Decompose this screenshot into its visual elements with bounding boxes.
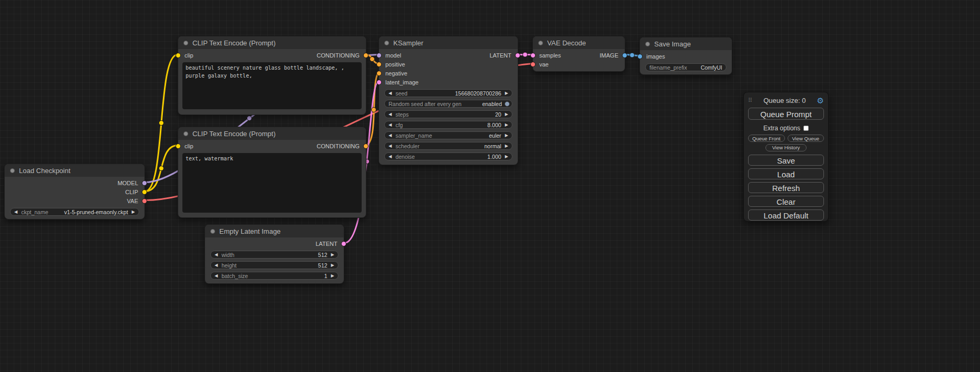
node-title: Empty Latent Image (219, 227, 280, 235)
output-port-model[interactable] (142, 180, 147, 186)
queue-panel: ⠿ Queue size: 0 ⚙ Queue Prompt Extra opt… (743, 92, 829, 222)
link-midpoint-dot (630, 53, 635, 58)
decrement-icon[interactable]: ◀ (389, 144, 392, 148)
input-port-vae[interactable] (530, 62, 536, 67)
decrement-icon[interactable]: ◀ (389, 91, 392, 96)
settings-gear-icon[interactable]: ⚙ (817, 97, 824, 104)
decrement-icon[interactable]: ◀ (14, 210, 17, 214)
increment-icon[interactable]: ▶ (331, 253, 334, 257)
widget-label: seed (395, 90, 407, 97)
collapse-dot[interactable] (10, 168, 15, 173)
output-port-image[interactable] (622, 53, 627, 58)
decrement-icon[interactable]: ◀ (389, 123, 392, 127)
widget-width[interactable]: ◀ width 512 ▶ (210, 251, 338, 259)
input-label: model (385, 52, 401, 59)
io-row: clip CONDITIONING (178, 51, 366, 60)
output-port-vae[interactable] (142, 198, 147, 204)
decrement-icon[interactable]: ◀ (215, 263, 218, 268)
graph-canvas[interactable]: Load Checkpoint MODEL CLIP VAE ◀ ckpt_na… (0, 0, 980, 372)
input-row-latent-image: latent_image (379, 78, 518, 87)
increment-icon[interactable]: ▶ (505, 91, 508, 96)
collapse-dot[interactable] (183, 131, 188, 136)
collapse-dot[interactable] (183, 41, 188, 45)
node-clip-text-encode-positive[interactable]: CLIP Text Encode (Prompt) clip CONDITION… (178, 36, 366, 115)
input-label: latent_image (385, 79, 419, 85)
widget-seed[interactable]: ◀ seed 156680208700286 ▶ (384, 89, 512, 97)
queue-prompt-button[interactable]: Queue Prompt (748, 108, 824, 120)
increment-icon[interactable]: ▶ (505, 155, 508, 159)
input-port-samples[interactable] (530, 53, 536, 58)
input-port-latent-image[interactable] (376, 80, 382, 85)
output-port-latent[interactable] (341, 241, 346, 246)
view-history-button[interactable]: View History (765, 144, 807, 151)
decrement-icon[interactable]: ◀ (389, 133, 392, 138)
widget-scheduler[interactable]: ◀ scheduler normal ▶ (384, 142, 512, 150)
input-port-negative[interactable] (376, 71, 382, 76)
increment-icon[interactable]: ▶ (505, 123, 508, 127)
output-label: IMAGE (600, 52, 618, 59)
node-ksampler[interactable]: KSampler model LATENT positive negative … (379, 36, 518, 165)
increment-icon[interactable]: ▶ (505, 133, 508, 138)
node-save-image[interactable]: Save Image images filename_prefix ComfyU… (639, 37, 732, 75)
input-port-positive[interactable] (376, 62, 382, 67)
collapse-dot[interactable] (384, 41, 389, 45)
node-load-checkpoint[interactable]: Load Checkpoint MODEL CLIP VAE ◀ ckpt_na… (4, 164, 145, 220)
increment-icon[interactable]: ▶ (132, 210, 135, 214)
refresh-button[interactable]: Refresh (748, 182, 824, 193)
input-port-images[interactable] (637, 54, 643, 59)
output-label: VAE (127, 198, 138, 204)
widget-random-seed-toggle[interactable]: Random seed after every gen enabled (384, 100, 512, 108)
node-title-bar[interactable]: CLIP Text Encode (Prompt) (178, 127, 366, 140)
output-port-latent[interactable] (515, 53, 520, 58)
collapse-dot[interactable] (538, 41, 543, 45)
node-title-bar[interactable]: Load Checkpoint (5, 164, 144, 177)
clear-button[interactable]: Clear (748, 196, 824, 207)
widget-cfg[interactable]: ◀ cfg 8.000 ▶ (384, 121, 512, 129)
node-title-bar[interactable]: Empty Latent Image (205, 225, 344, 237)
input-port-clip[interactable] (176, 53, 181, 58)
collapse-dot[interactable] (210, 229, 215, 234)
input-port-clip[interactable] (176, 144, 181, 149)
increment-icon[interactable]: ▶ (505, 144, 508, 148)
widget-label: height (221, 262, 237, 269)
save-button[interactable]: Save (748, 155, 824, 166)
action-buttons: Save Load Refresh Clear Load Default (748, 155, 824, 221)
widget-filename-prefix[interactable]: filename_prefix ComfyUI (645, 63, 726, 71)
widget-steps[interactable]: ◀ steps 20 ▶ (384, 110, 512, 118)
drag-handle-icon[interactable]: ⠿ (748, 97, 752, 104)
output-label: MODEL (118, 180, 138, 186)
output-port-conditioning[interactable] (363, 144, 368, 149)
node-title-bar[interactable]: KSampler (379, 36, 518, 49)
input-port-model[interactable] (376, 53, 382, 58)
node-title-bar[interactable]: Save Image (640, 37, 732, 50)
prompt-textarea[interactable]: beautiful scenery nature glass bottle la… (182, 62, 362, 109)
node-clip-text-encode-negative[interactable]: CLIP Text Encode (Prompt) clip CONDITION… (178, 127, 366, 218)
decrement-icon[interactable]: ◀ (215, 274, 218, 278)
increment-icon[interactable]: ▶ (331, 263, 334, 268)
output-port-conditioning[interactable] (363, 53, 368, 58)
prompt-textarea[interactable]: text, watermark (182, 153, 362, 213)
output-label: LATENT (316, 241, 337, 247)
view-queue-button[interactable]: View Queue (788, 135, 824, 142)
node-title-bar[interactable]: VAE Decode (533, 36, 625, 49)
widget-ckpt-name[interactable]: ◀ ckpt_name v1-5-pruned-emaonly.ckpt ▶ (10, 208, 139, 216)
node-empty-latent-image[interactable]: Empty Latent Image LATENT ◀ width 512 ▶ … (205, 224, 344, 284)
decrement-icon[interactable]: ◀ (215, 253, 218, 257)
output-port-clip[interactable] (142, 189, 147, 195)
widget-height[interactable]: ◀ height 512 ▶ (210, 261, 338, 269)
queue-front-button[interactable]: Queue Front (748, 135, 785, 142)
increment-icon[interactable]: ▶ (331, 274, 334, 278)
extra-options-checkbox[interactable] (803, 126, 809, 131)
collapse-dot[interactable] (645, 42, 650, 46)
decrement-icon[interactable]: ◀ (389, 155, 392, 159)
widget-denoise[interactable]: ◀ denoise 1.000 ▶ (384, 152, 512, 160)
decrement-icon[interactable]: ◀ (389, 112, 392, 117)
toggle-dot[interactable] (504, 101, 510, 107)
load-default-button[interactable]: Load Default (748, 209, 824, 221)
node-title-bar[interactable]: CLIP Text Encode (Prompt) (178, 36, 366, 49)
increment-icon[interactable]: ▶ (505, 112, 508, 117)
load-button[interactable]: Load (748, 168, 824, 179)
widget-sampler-name[interactable]: ◀ sampler_name euler ▶ (384, 131, 512, 139)
node-vae-decode[interactable]: VAE Decode samples IMAGE vae (532, 36, 625, 72)
widget-batch-size[interactable]: ◀ batch_size 1 ▶ (210, 272, 338, 280)
